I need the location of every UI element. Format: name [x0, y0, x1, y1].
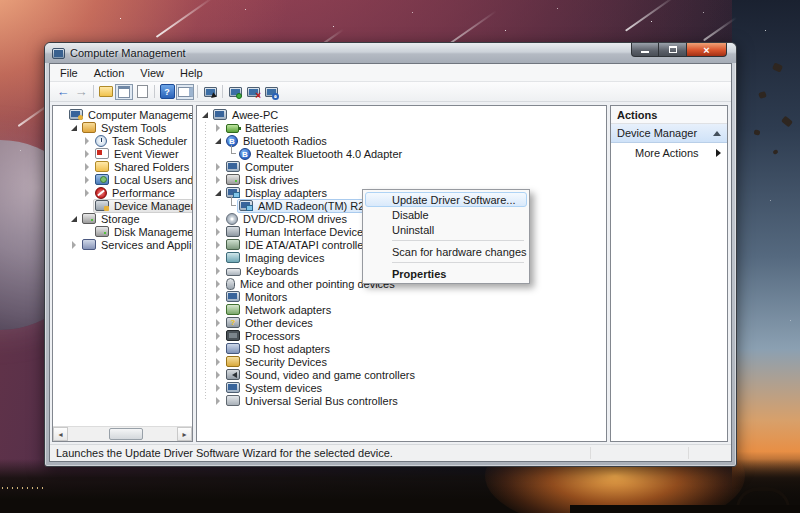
scan-hardware-icon[interactable] [262, 84, 280, 100]
expand-arrow-icon[interactable] [83, 175, 93, 185]
expand-arrow-icon[interactable] [214, 175, 224, 185]
context-menu-item-uninstall[interactable]: Uninstall [365, 222, 527, 237]
update-driver-icon[interactable] [226, 84, 244, 100]
tree-item-monitors[interactable]: Monitors [197, 290, 606, 303]
uninstall-device-icon[interactable]: × [244, 84, 262, 100]
minimize-button[interactable] [631, 43, 659, 57]
expand-arrow-icon[interactable] [214, 227, 224, 237]
expand-arrow-icon[interactable] [214, 123, 224, 133]
tree-item-task-scheduler[interactable]: Task Scheduler [53, 134, 192, 147]
collapse-arrow-icon[interactable] [70, 214, 80, 224]
help-icon[interactable] [158, 84, 176, 100]
shared-folders-icon [95, 161, 109, 172]
tree-item-computer-management-local[interactable]: Computer Management (Local [53, 108, 192, 121]
tree-item-event-viewer[interactable]: Event Viewer [53, 147, 192, 160]
expand-arrow-icon[interactable] [214, 162, 224, 172]
expand-arrow-icon[interactable] [214, 279, 224, 289]
tree-item-sd-host-adapters[interactable]: SD host adapters [197, 342, 606, 355]
expand-arrow-icon[interactable] [214, 240, 224, 250]
scan-hardware-icon-badge [272, 93, 279, 100]
tree-item-network-adapters[interactable]: Network adapters [197, 303, 606, 316]
uninstall-device-icon-badge: × [255, 92, 261, 100]
tree-item-system-tools[interactable]: System Tools [53, 121, 192, 134]
expand-arrow-icon[interactable] [214, 383, 224, 393]
menu-help[interactable]: Help [172, 65, 211, 81]
collapse-arrow-icon[interactable] [70, 123, 80, 133]
collapse-section-icon[interactable] [713, 131, 721, 136]
expand-arrow-icon[interactable] [214, 344, 224, 354]
tree-item-system-devices[interactable]: System devices [197, 381, 606, 394]
collapse-arrow-icon[interactable] [214, 136, 224, 146]
submenu-arrow-icon [716, 149, 721, 157]
expand-arrow-icon[interactable] [70, 240, 80, 250]
expand-arrow-icon[interactable] [83, 162, 93, 172]
display-adapter-icon [226, 187, 240, 198]
item-content: Human Interface Devices [224, 225, 373, 239]
expand-arrow-icon[interactable] [214, 305, 224, 315]
tree-item-disk-drives[interactable]: Disk drives [197, 173, 606, 186]
scrollbar-track[interactable] [68, 427, 177, 441]
maximize-button[interactable] [659, 43, 686, 57]
tree-item-processors[interactable]: Processors [197, 329, 606, 342]
show-window-icon[interactable] [115, 84, 133, 100]
tree-item-disk-management[interactable]: Disk Management [53, 225, 192, 238]
more-actions-item[interactable]: More Actions [611, 143, 727, 162]
expand-arrow-icon[interactable] [83, 188, 93, 198]
actions-section-device-manager[interactable]: Device Manager [611, 124, 727, 143]
expand-arrow-icon[interactable] [214, 292, 224, 302]
keyboard-icon [226, 268, 241, 276]
stars-graphic [0, 0, 1, 1]
expand-arrow-icon[interactable] [83, 149, 93, 159]
forward-icon[interactable] [72, 84, 90, 100]
tree-item-computer[interactable]: Computer [197, 160, 606, 173]
item-content: System devices [224, 381, 326, 395]
close-button[interactable]: × [686, 43, 727, 57]
collapse-arrow-icon[interactable] [201, 110, 211, 120]
dvd-drive-icon [226, 213, 238, 225]
context-menu-item-scan-for-hardware-changes[interactable]: Scan for hardware changes [365, 244, 527, 259]
tree-item-other-devices[interactable]: Other devices [197, 316, 606, 329]
expand-arrow-icon[interactable] [214, 214, 224, 224]
tree-item-batteries[interactable]: Batteries [197, 121, 606, 134]
scroll-right-button[interactable]: ▸ [177, 427, 192, 441]
expand-arrow-icon[interactable] [214, 253, 224, 263]
tree-item-sound-video-and-game-controllers[interactable]: Sound, video and game controllers [197, 368, 606, 381]
context-menu-item-update-driver-software[interactable]: Update Driver Software... [365, 192, 527, 207]
expand-arrow-icon[interactable] [214, 370, 224, 380]
tree-item-realtek-bluetooth-4-0-adapter[interactable]: Realtek Bluetooth 4.0 Adapter [197, 147, 606, 160]
context-menu-item-disable[interactable]: Disable [365, 207, 527, 222]
remote-computer-icon[interactable] [201, 84, 219, 100]
tree-item-device-manager[interactable]: Device Manager [53, 199, 192, 212]
expand-arrow-icon[interactable] [214, 357, 224, 367]
tree-item-label: Event Viewer [112, 148, 179, 160]
tree-item-security-devices[interactable]: Security Devices [197, 355, 606, 368]
item-content: Security Devices [224, 355, 331, 369]
action-pane-icon[interactable] [176, 84, 194, 100]
horizontal-scrollbar[interactable]: ◂ ▸ [53, 426, 192, 441]
tree-item-bluetooth-radios[interactable]: Bluetooth Radios [197, 134, 606, 147]
expand-arrow-icon[interactable] [83, 136, 93, 146]
menu-file[interactable]: File [52, 65, 86, 81]
tree-item-universal-serial-bus-controllers[interactable]: Universal Serial Bus controllers [197, 394, 606, 407]
menu-view[interactable]: View [132, 65, 172, 81]
tree-item-performance[interactable]: Performance [53, 186, 192, 199]
scrollbar-thumb[interactable] [109, 428, 143, 440]
expand-arrow-icon[interactable] [214, 266, 224, 276]
tree-item-shared-folders[interactable]: Shared Folders [53, 160, 192, 173]
expand-arrow-icon[interactable] [214, 396, 224, 406]
expand-arrow-icon[interactable] [214, 318, 224, 328]
context-menu-item-properties[interactable]: Properties [365, 266, 527, 281]
item-content: IDE ATA/ATAPI controllers [224, 238, 377, 252]
scroll-left-button[interactable]: ◂ [53, 427, 68, 441]
collapse-arrow-icon[interactable] [214, 188, 224, 198]
menu-action[interactable]: Action [86, 65, 133, 81]
tree-item-local-users-and-groups[interactable]: Local Users and Groups [53, 173, 192, 186]
tree-item-storage[interactable]: Storage [53, 212, 192, 225]
item-content: Local Users and Groups [93, 173, 193, 187]
console-tree-icon[interactable] [97, 84, 115, 100]
back-icon[interactable] [54, 84, 72, 100]
tree-item-services-and-applications[interactable]: Services and Applications [53, 238, 192, 251]
expand-arrow-icon[interactable] [214, 331, 224, 341]
tree-item-awee-pc[interactable]: Awee-PC [197, 108, 606, 121]
export-list-icon[interactable] [133, 84, 151, 100]
